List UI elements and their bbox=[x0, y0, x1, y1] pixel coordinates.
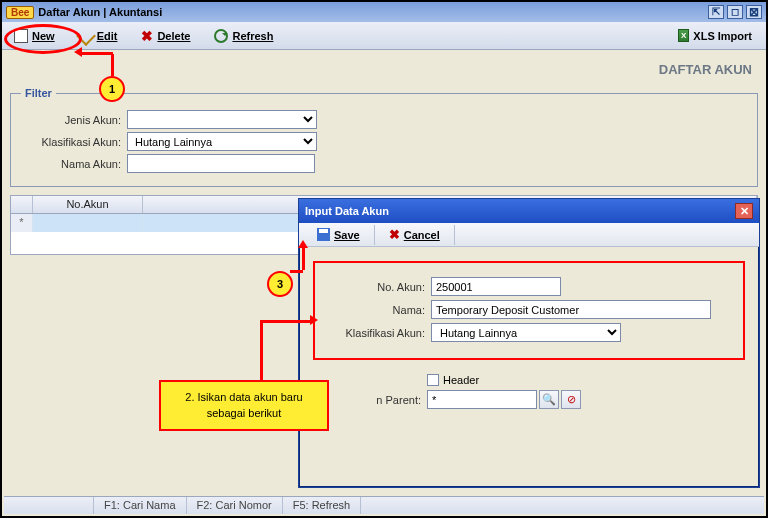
annotation-arrowhead bbox=[74, 47, 82, 57]
edit-icon bbox=[76, 26, 96, 46]
dialog-titlebar[interactable]: Input Data Akun ✕ bbox=[299, 199, 759, 223]
jenis-akun-label: Jenis Akun: bbox=[21, 114, 121, 126]
detach-icon[interactable]: ⇱ bbox=[708, 5, 724, 19]
nama-input[interactable] bbox=[431, 300, 711, 319]
xls-icon: X bbox=[678, 29, 689, 42]
input-data-akun-dialog: Input Data Akun ✕ Save ✖ Cancel No. Akun… bbox=[298, 198, 760, 488]
no-akun-label: No. Akun: bbox=[325, 281, 425, 293]
nama-akun-input[interactable] bbox=[127, 154, 315, 173]
klasifikasi-select[interactable]: Hutang Lainnya bbox=[431, 323, 621, 342]
annotation-arrowhead bbox=[298, 240, 308, 248]
search-icon: 🔍 bbox=[542, 393, 556, 406]
delete-button[interactable]: ✖ Delete bbox=[135, 26, 196, 46]
annotation-circle-3: 3 bbox=[267, 271, 293, 297]
new-button[interactable]: New bbox=[8, 27, 61, 45]
klasifikasi-label: Klasifikasi Akun: bbox=[325, 327, 425, 339]
save-button[interactable]: Save bbox=[303, 225, 375, 245]
app-logo: Bee bbox=[6, 6, 34, 19]
annotation-yellowbox-2: 2. Isikan data akun baru sebagai berikut bbox=[159, 380, 329, 431]
window-titlebar: Bee Daftar Akun | Akuntansi ⇱ ◻ ⊠ bbox=[2, 2, 766, 22]
col-no-akun[interactable]: No.Akun bbox=[33, 196, 143, 213]
refresh-button[interactable]: Refresh bbox=[208, 27, 279, 45]
status-f5: F5: Refresh bbox=[283, 497, 361, 514]
klasifikasi-akun-label: Klasifikasi Akun: bbox=[21, 136, 121, 148]
annotation-redbox-fields: No. Akun: Nama: Klasifikasi Akun: Hutang… bbox=[313, 261, 745, 360]
filter-legend: Filter bbox=[21, 87, 56, 99]
header-checkbox[interactable] bbox=[427, 374, 439, 386]
window-title: Daftar Akun | Akuntansi bbox=[38, 6, 162, 18]
annotation-line bbox=[80, 52, 113, 55]
status-f1: F1: Cari Nama bbox=[94, 497, 187, 514]
maximize-icon[interactable]: ◻ bbox=[727, 5, 743, 19]
dialog-title: Input Data Akun bbox=[305, 205, 389, 217]
filter-panel: Filter Jenis Akun: Klasifikasi Akun: Hut… bbox=[10, 87, 758, 187]
close-icon[interactable]: ⊠ bbox=[746, 5, 762, 19]
clear-icon: ⊘ bbox=[567, 393, 576, 406]
delete-icon: ✖ bbox=[141, 28, 153, 44]
annotation-arrowhead bbox=[310, 315, 318, 325]
edit-button[interactable]: Edit bbox=[73, 27, 124, 45]
xls-import-button[interactable]: X XLS Import bbox=[672, 27, 758, 44]
dialog-toolbar: Save ✖ Cancel bbox=[299, 223, 759, 247]
statusbar: F1: Cari Nama F2: Cari Nomor F5: Refresh bbox=[4, 496, 764, 514]
parent-search-button[interactable]: 🔍 bbox=[539, 390, 559, 409]
annotation-line bbox=[260, 320, 312, 323]
parent-label: n Parent: bbox=[321, 394, 421, 406]
nama-akun-label: Nama Akun: bbox=[21, 158, 121, 170]
new-icon bbox=[14, 29, 28, 43]
main-toolbar: New Edit ✖ Delete Refresh X XLS Import bbox=[2, 22, 766, 50]
status-f2: F2: Cari Nomor bbox=[187, 497, 283, 514]
klasifikasi-akun-select[interactable]: Hutang Lainnya bbox=[127, 132, 317, 151]
jenis-akun-select[interactable] bbox=[127, 110, 317, 129]
refresh-icon bbox=[214, 29, 228, 43]
status-empty bbox=[4, 497, 94, 514]
nama-label: Nama: bbox=[325, 304, 425, 316]
no-akun-input[interactable] bbox=[431, 277, 561, 296]
annotation-line bbox=[290, 270, 303, 273]
dialog-close-icon[interactable]: ✕ bbox=[735, 203, 753, 219]
annotation-line bbox=[111, 54, 114, 76]
cancel-button[interactable]: ✖ Cancel bbox=[375, 225, 455, 245]
cell-no-akun[interactable] bbox=[33, 214, 143, 232]
annotation-circle-1: 1 bbox=[99, 76, 125, 102]
parent-clear-button[interactable]: ⊘ bbox=[561, 390, 581, 409]
header-checkbox-label: Header bbox=[443, 374, 479, 386]
annotation-line bbox=[302, 246, 305, 270]
save-icon bbox=[317, 228, 330, 241]
row-header-spacer bbox=[11, 196, 33, 213]
parent-input[interactable] bbox=[427, 390, 537, 409]
annotation-line bbox=[260, 320, 263, 382]
cancel-icon: ✖ bbox=[389, 227, 400, 242]
row-marker: * bbox=[11, 214, 33, 232]
